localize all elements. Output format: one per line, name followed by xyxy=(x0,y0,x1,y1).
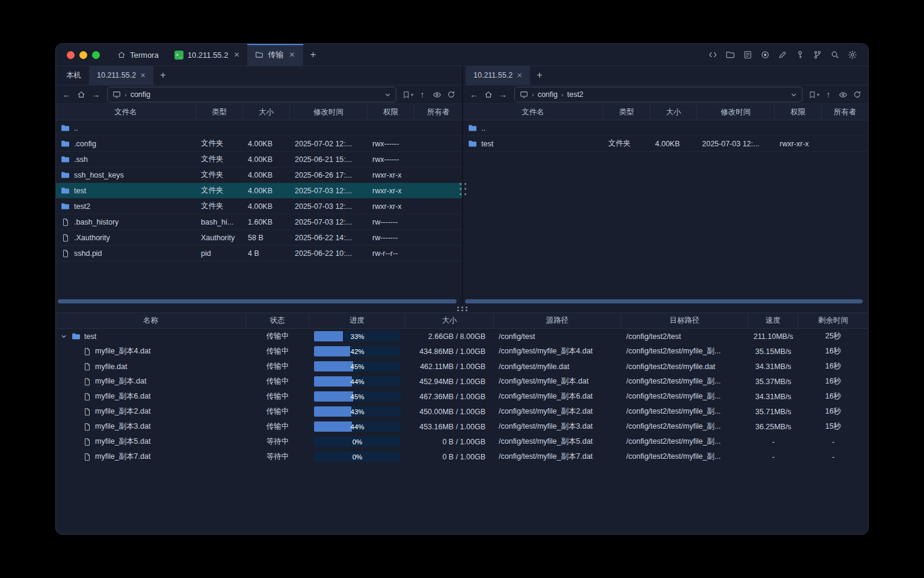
forward-button[interactable]: → xyxy=(89,88,102,101)
transfer-eta-cell: 16秒 xyxy=(798,389,868,404)
refresh-button[interactable] xyxy=(851,88,864,101)
file-row[interactable]: .ssh文件夹4.00KB2025-06-21 15:...rwx------ xyxy=(56,152,462,167)
search-icon[interactable] xyxy=(828,48,842,62)
column-header[interactable]: 修改时间 xyxy=(697,104,775,120)
transfer-row[interactable]: myfile_副本.dat传输中44%452.94MB / 1.00GB/con… xyxy=(56,374,868,389)
path-breadcrumb[interactable]: › config › test2 xyxy=(514,87,802,102)
column-header[interactable]: 类型 xyxy=(196,104,243,120)
transfer-row[interactable]: myfile_副本3.dat传输中44%453.16MB / 1.00GB/co… xyxy=(56,419,868,434)
panel-tab-remote[interactable]: 10.211.55.2 ✕ xyxy=(89,66,153,85)
close-tab-icon[interactable]: ✕ xyxy=(289,51,295,59)
transfer-row[interactable]: myfile_副本7.dat等待中0%0 B / 1.00GB/config/t… xyxy=(56,449,868,464)
column-header[interactable]: 大小 xyxy=(650,104,697,120)
transfer-row[interactable]: myfile_副本4.dat传输中42%434.86MB / 1.00GB/co… xyxy=(56,344,868,359)
upload-button[interactable]: ↑ xyxy=(416,88,429,101)
home-button[interactable] xyxy=(482,88,495,101)
horizontal-scrollbar[interactable] xyxy=(465,299,863,303)
show-hidden-button[interactable] xyxy=(836,88,849,101)
transfer-eta-cell: - xyxy=(798,434,868,449)
minimize-window-button[interactable] xyxy=(79,51,87,59)
column-header[interactable]: 类型 xyxy=(603,104,650,120)
transfer-name: myfile_副本3.dat xyxy=(95,421,150,432)
splitter-handle[interactable] xyxy=(458,181,467,197)
column-header[interactable]: 权限 xyxy=(775,104,822,120)
column-header[interactable]: 所有者 xyxy=(822,104,868,120)
close-tab-icon[interactable]: ✕ xyxy=(517,72,522,79)
file-row[interactable]: .bash_historybash_hi...1.60KB2025-07-03 … xyxy=(56,214,462,230)
panel-new-tab-button[interactable]: + xyxy=(530,66,549,85)
file-row[interactable]: .. xyxy=(463,120,868,136)
column-header[interactable]: 修改时间 xyxy=(290,104,368,120)
folder-icon[interactable] xyxy=(723,48,738,62)
home-button[interactable] xyxy=(75,88,88,101)
transfer-row[interactable]: myfile_副本5.dat等待中0%0 B / 1.00GB/config/t… xyxy=(56,434,868,449)
column-header[interactable]: 源路径 xyxy=(494,313,621,328)
chevron-down-icon[interactable] xyxy=(61,334,68,340)
chevron-down-icon[interactable] xyxy=(384,92,391,98)
column-header[interactable]: 文件名 xyxy=(56,104,196,120)
transfer-row[interactable]: myfile_副本2.dat传输中43%450.00MB / 1.00GB/co… xyxy=(56,404,868,419)
path-breadcrumb[interactable]: › config xyxy=(107,87,396,102)
back-button[interactable]: ← xyxy=(60,88,73,101)
close-tab-icon[interactable]: ✕ xyxy=(233,51,239,59)
column-header[interactable]: 剩余时间 xyxy=(798,313,868,328)
show-hidden-button[interactable] xyxy=(430,88,443,101)
branch-icon[interactable] xyxy=(810,48,825,62)
upload-button[interactable]: ↑ xyxy=(822,88,835,101)
tab-termora-home[interactable]: Termora xyxy=(109,44,167,66)
zoom-window-button[interactable] xyxy=(92,51,100,59)
file-row[interactable]: test文件夹4.00KB2025-07-03 12:...rwxr-xr-x xyxy=(56,183,462,199)
file-type-cell: 文件夹 xyxy=(196,136,243,151)
log-icon[interactable] xyxy=(741,48,755,62)
panel-tab-local[interactable]: 本机 xyxy=(58,66,89,85)
key-icon[interactable] xyxy=(793,48,807,62)
forward-button[interactable]: → xyxy=(496,88,510,101)
column-header[interactable]: 大小 xyxy=(243,104,290,120)
column-header[interactable]: 速度 xyxy=(748,313,798,328)
close-window-button[interactable] xyxy=(67,51,75,59)
transfer-row[interactable]: myfile_副本6.dat传输中45%467.36MB / 1.00GB/co… xyxy=(56,389,868,404)
file-row[interactable]: test2文件夹4.00KB2025-07-03 12:...rwxr-xr-x xyxy=(56,199,462,214)
splitter-handle[interactable] xyxy=(457,306,467,311)
horizontal-splitter[interactable] xyxy=(56,305,868,312)
transfer-row[interactable]: myfile.dat传输中45%462.11MB / 1.00GB/config… xyxy=(56,359,868,374)
file-row[interactable]: .XauthorityXauthority58 B2025-06-22 14:.… xyxy=(56,230,462,246)
file-row[interactable]: test文件夹4.00KB2025-07-03 12:...rwxr-xr-x xyxy=(463,136,868,152)
chevron-down-icon[interactable] xyxy=(790,92,797,98)
bookmark-button[interactable]: ▾ xyxy=(807,88,821,101)
panel-tab-remote[interactable]: 10.211.55.2 ✕ xyxy=(466,66,530,85)
column-header[interactable]: 状态 xyxy=(246,313,309,328)
record-icon[interactable] xyxy=(758,48,772,62)
column-header[interactable]: 所有者 xyxy=(414,104,462,120)
new-tab-button[interactable]: + xyxy=(303,44,324,66)
column-header[interactable]: 大小 xyxy=(405,313,494,328)
code-icon[interactable] xyxy=(706,48,720,62)
tab-transfer[interactable]: 传输 ✕ xyxy=(247,44,303,66)
file-row[interactable]: ssh_host_keys文件夹4.00KB2025-06-26 17:...r… xyxy=(56,167,462,183)
left-panel-tabs: 本机 10.211.55.2 ✕ + xyxy=(56,66,462,85)
column-header[interactable]: 进度 xyxy=(309,313,405,328)
horizontal-scrollbar[interactable] xyxy=(58,299,457,303)
settings-icon[interactable] xyxy=(845,48,860,62)
column-header[interactable]: 文件名 xyxy=(463,104,603,120)
breadcrumb-segment[interactable]: config xyxy=(131,90,150,99)
file-row[interactable]: .. xyxy=(56,120,462,136)
breadcrumb-segment[interactable]: config xyxy=(538,90,558,99)
transfer-row[interactable]: test传输中33%2.66GB / 8.00GB/config/test/co… xyxy=(56,329,868,344)
tab-label: 10.211.55.2 xyxy=(188,51,229,60)
edit-icon[interactable] xyxy=(775,48,790,62)
column-header[interactable]: 名称 xyxy=(56,313,246,328)
column-header[interactable]: 权限 xyxy=(368,104,414,120)
progress-label: 45% xyxy=(314,361,401,371)
bookmark-button[interactable]: ▾ xyxy=(401,88,414,101)
tab-session-10-211-55-2[interactable]: >_ 10.211.55.2 ✕ xyxy=(167,44,248,66)
file-row[interactable]: sshd.pidpid4 B2025-06-22 10:...rw-r--r-- xyxy=(56,246,462,261)
file-icon xyxy=(82,438,91,446)
breadcrumb-segment[interactable]: test2 xyxy=(567,90,584,99)
column-header[interactable]: 目标路径 xyxy=(621,313,748,328)
file-row[interactable]: .config文件夹4.00KB2025-07-02 12:...rwx----… xyxy=(56,136,462,152)
back-button[interactable]: ← xyxy=(467,88,481,101)
panel-new-tab-button[interactable]: + xyxy=(153,66,172,85)
refresh-button[interactable] xyxy=(445,88,458,101)
close-tab-icon[interactable]: ✕ xyxy=(140,72,146,79)
